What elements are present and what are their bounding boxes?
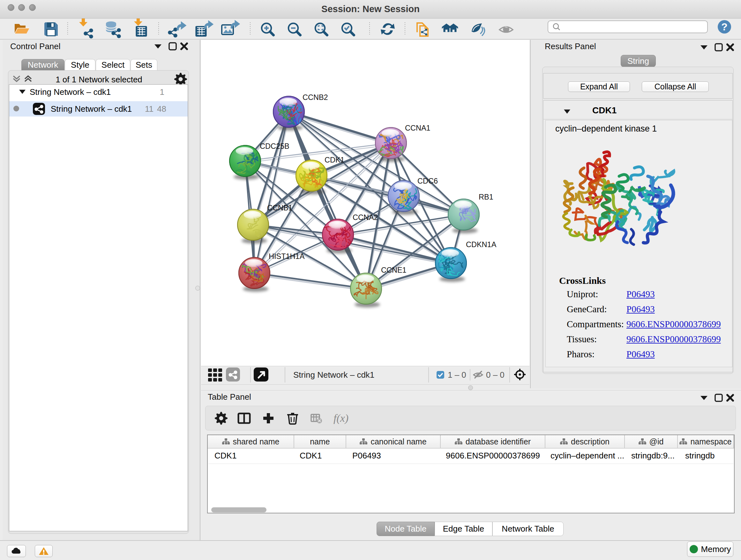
svg-text:RB1: RB1	[479, 193, 493, 201]
svg-text:CDC25B: CDC25B	[260, 142, 289, 150]
svg-text:CDKN1A: CDKN1A	[466, 240, 496, 249]
svg-text:CDC6: CDC6	[417, 177, 438, 185]
svg-text:CCNE1: CCNE1	[381, 266, 407, 274]
svg-text:CCNB1: CCNB1	[267, 204, 293, 212]
svg-text:?: ?	[721, 21, 728, 33]
svg-text:String Network – cdk1: String Network – cdk1	[293, 370, 374, 380]
svg-text:CCNB2: CCNB2	[302, 93, 328, 102]
svg-text:CCNA2: CCNA2	[353, 213, 378, 222]
svg-text:HIST1H1A: HIST1H1A	[269, 252, 305, 260]
svg-text:f(x): f(x)	[333, 412, 348, 424]
svg-text:CCNA1: CCNA1	[405, 124, 430, 132]
svg-text:0 – 0: 0 – 0	[486, 370, 504, 380]
svg-text:CDK1: CDK1	[325, 156, 345, 164]
svg-text:1 – 0: 1 – 0	[448, 370, 466, 380]
